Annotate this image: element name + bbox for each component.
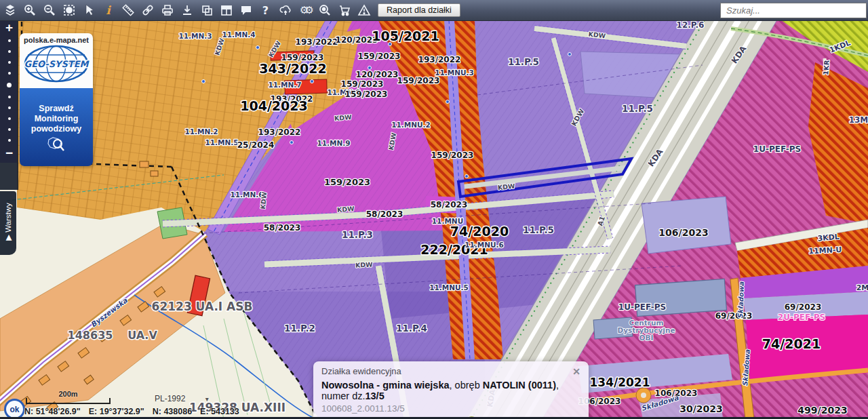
map-label: 11.MN.4 <box>222 31 255 39</box>
map-label: 11.MNU.5 <box>429 283 469 292</box>
map-label: 159/2023 <box>324 177 370 187</box>
toolbar: i ? ⚙⚙ Raport dla działki <box>0 0 868 21</box>
map-label: 159/2023 <box>397 76 440 85</box>
close-icon[interactable]: ✕ <box>572 366 580 377</box>
zoom-in-button[interactable]: + <box>5 20 13 35</box>
zoom-tick[interactable] <box>8 39 11 42</box>
map-label: 11MN-U <box>808 245 842 256</box>
help-glyph: ? <box>262 4 269 17</box>
map-label: 11.MN.7 <box>268 81 301 89</box>
map-label: 2U-PEF-PS <box>778 313 825 322</box>
zoom-tick[interactable] <box>8 106 11 109</box>
map-label: 12.P.6 <box>677 20 705 30</box>
map-label: 343/2022 <box>259 61 326 76</box>
layers-panel-tab[interactable]: ▶ Warstwy <box>0 191 16 255</box>
map-label: 11.MN.9 <box>317 139 350 147</box>
parcel-id: 100608_2.0011.13/5 <box>321 403 580 414</box>
map-label: 11.MN.5 <box>205 138 238 146</box>
map-label: 62123 UA.I ASB <box>152 300 253 313</box>
parcel-info-popup: Działka ewidencyjna ✕ Nowosolna - gmina … <box>313 361 589 419</box>
zoom-tick[interactable] <box>8 96 11 98</box>
cart-icon[interactable] <box>334 1 354 20</box>
coordinates-readout: N: 51°48'26.9" E: 19°37'32.9" N: 438086 … <box>24 407 239 416</box>
zoom-tick[interactable] <box>8 61 11 64</box>
map-label: KDW <box>337 205 355 214</box>
warning-icon[interactable] <box>354 1 374 20</box>
pointer-icon[interactable] <box>79 1 98 20</box>
report-button[interactable]: Raport dla działki <box>378 3 460 17</box>
map-label: 11.P.5 <box>508 56 539 67</box>
coord-lon: E: 19°37'32.9" <box>89 407 144 416</box>
map-label: 134/2021 <box>589 376 650 389</box>
map-label: 1U-PEF-PS <box>618 302 666 312</box>
search-input[interactable] <box>720 3 867 18</box>
settings-icon[interactable]: ⚙⚙ <box>295 1 315 20</box>
map-label: 11.MNU.2 <box>391 121 431 129</box>
obreb-name: NATOLIN (0011) <box>483 380 556 391</box>
app-window: 11.MN.311.MN.4KDWKDW193/2022120/2023105/… <box>0 0 868 419</box>
map-label: 11.P.2 <box>284 323 315 334</box>
map-label: OBI <box>639 334 654 342</box>
map-label: 193/2022 <box>418 55 461 64</box>
download-icon[interactable] <box>177 1 197 20</box>
map-label: 11.MN.2 <box>184 127 218 136</box>
map-label: 193/2022 <box>258 127 301 137</box>
parcel-description: Nowosolna - gmina wiejska, obręb NATOLIN… <box>321 380 580 401</box>
coord-easting: E: 543133 <box>200 407 239 416</box>
map-canvas[interactable]: 11.MN.311.MN.4KDWKDW193/2022120/2023105/… <box>0 0 868 419</box>
map-label: 193/2022 <box>296 37 338 47</box>
map-label: Składowa <box>736 281 745 319</box>
comment-icon[interactable] <box>236 1 256 20</box>
ok-button[interactable]: ok <box>4 399 25 419</box>
map-label: 11.P.3 <box>342 229 373 240</box>
info-icon[interactable]: i <box>98 1 118 20</box>
map-label: 11.MNU.6 <box>465 241 504 249</box>
print-icon[interactable] <box>157 1 177 20</box>
map-label: 120/2023 <box>356 70 399 79</box>
map-label: 58/2023 <box>366 210 403 219</box>
banner-text: Sprawdź Monitoring powodziowy <box>31 104 81 134</box>
zoom-tick[interactable] <box>8 128 11 131</box>
measure-icon[interactable] <box>118 1 138 20</box>
map-label: 11.MNU.3 <box>435 68 474 77</box>
zoom-out-icon[interactable] <box>39 1 59 20</box>
zoom-slider-handle[interactable] <box>7 83 12 87</box>
map-label: 11.P.4 <box>396 323 427 334</box>
zoom-slider[interactable]: + − <box>0 20 18 190</box>
full-extent-icon[interactable] <box>59 1 79 20</box>
map-label: 1KR <box>822 60 831 76</box>
globe-logo-icon: GEO-SYSTEM <box>22 44 90 83</box>
zoom-tick[interactable] <box>8 117 11 120</box>
scale-bar: 200m <box>26 390 111 404</box>
zoom-in-icon[interactable] <box>20 1 39 20</box>
coord-northing: N: 438086 <box>153 407 192 416</box>
duplicate-window-icon[interactable] <box>197 1 216 20</box>
help-icon[interactable]: ? <box>256 1 275 20</box>
scale-bar-line <box>26 398 111 404</box>
layers-tab-label: ▶ Warstwy <box>3 191 13 253</box>
chevron-down-icon: ▾ <box>205 395 209 403</box>
branding-card: polska.e-mapa.net GEO-SYSTEM Sprawdź Mon… <box>20 33 93 166</box>
layers-icon[interactable] <box>0 1 20 20</box>
map-label: 159/2023 <box>341 79 384 89</box>
crs-select[interactable]: PL-1992 ▾ <box>155 394 209 403</box>
map-label: 69/2023 <box>715 311 752 321</box>
map-label: 11.MN.3 <box>178 32 212 40</box>
map-label: 11.P.5 <box>622 103 653 114</box>
map-label: 104/2023 <box>240 98 307 113</box>
settings-glyph: ⚙⚙ <box>300 4 310 16</box>
link-icon[interactable] <box>138 1 157 20</box>
map-label: KDW <box>334 113 353 122</box>
map-label: 25/2024 <box>237 140 274 150</box>
zoom-tick[interactable] <box>8 50 11 53</box>
flood-monitoring-banner[interactable]: Sprawdź Monitoring powodziowy <box>20 88 93 166</box>
layout-panels-icon[interactable] <box>216 1 236 20</box>
map-label: 159/2023 <box>345 89 388 99</box>
zoom-out-button[interactable]: − <box>5 146 13 161</box>
parcel-number: 13/5 <box>365 391 384 401</box>
zoom-tick[interactable] <box>8 139 11 142</box>
zoom-tick[interactable] <box>8 72 11 75</box>
map-label: KDW <box>355 260 374 268</box>
cloud-icon[interactable] <box>275 1 295 20</box>
preview-search-icon[interactable] <box>315 1 334 20</box>
